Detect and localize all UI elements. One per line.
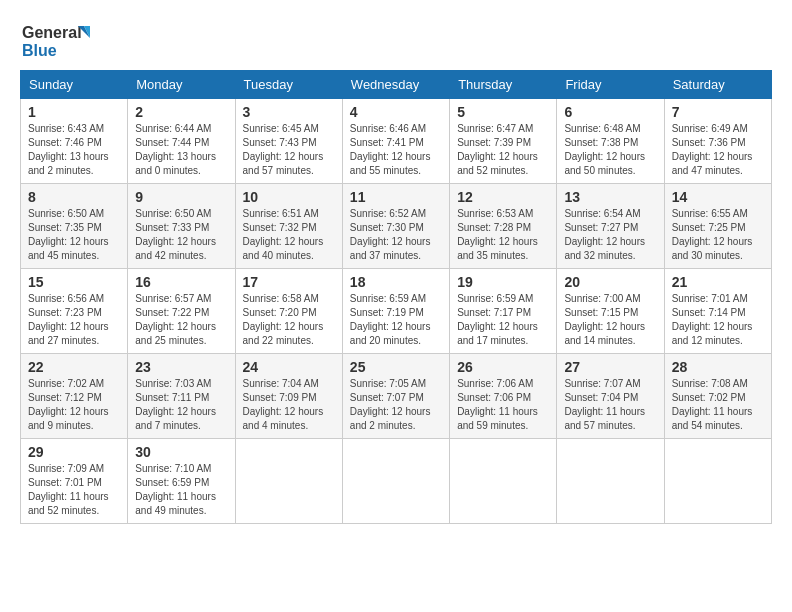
- day-number: 1: [28, 104, 120, 120]
- calendar-cell: 10Sunrise: 6:51 AMSunset: 7:32 PMDayligh…: [235, 184, 342, 269]
- calendar-cell: 5Sunrise: 6:47 AMSunset: 7:39 PMDaylight…: [450, 99, 557, 184]
- day-number: 7: [672, 104, 764, 120]
- day-number: 20: [564, 274, 656, 290]
- calendar-cell: 30Sunrise: 7:10 AMSunset: 6:59 PMDayligh…: [128, 439, 235, 524]
- calendar-cell: [664, 439, 771, 524]
- weekday-header-thursday: Thursday: [450, 71, 557, 99]
- calendar-cell: 28Sunrise: 7:08 AMSunset: 7:02 PMDayligh…: [664, 354, 771, 439]
- week-row-1: 1Sunrise: 6:43 AMSunset: 7:46 PMDaylight…: [21, 99, 772, 184]
- day-number: 11: [350, 189, 442, 205]
- calendar-cell: 17Sunrise: 6:58 AMSunset: 7:20 PMDayligh…: [235, 269, 342, 354]
- weekday-header-sunday: Sunday: [21, 71, 128, 99]
- calendar-cell: 24Sunrise: 7:04 AMSunset: 7:09 PMDayligh…: [235, 354, 342, 439]
- day-number: 27: [564, 359, 656, 375]
- day-number: 3: [243, 104, 335, 120]
- day-number: 17: [243, 274, 335, 290]
- day-number: 2: [135, 104, 227, 120]
- calendar-cell: 13Sunrise: 6:54 AMSunset: 7:27 PMDayligh…: [557, 184, 664, 269]
- calendar-cell: 4Sunrise: 6:46 AMSunset: 7:41 PMDaylight…: [342, 99, 449, 184]
- day-number: 25: [350, 359, 442, 375]
- calendar-cell: [450, 439, 557, 524]
- calendar-cell: 25Sunrise: 7:05 AMSunset: 7:07 PMDayligh…: [342, 354, 449, 439]
- day-info: Sunrise: 6:52 AMSunset: 7:30 PMDaylight:…: [350, 207, 442, 263]
- week-row-3: 15Sunrise: 6:56 AMSunset: 7:23 PMDayligh…: [21, 269, 772, 354]
- calendar-cell: 14Sunrise: 6:55 AMSunset: 7:25 PMDayligh…: [664, 184, 771, 269]
- day-info: Sunrise: 7:00 AMSunset: 7:15 PMDaylight:…: [564, 292, 656, 348]
- calendar-cell: 21Sunrise: 7:01 AMSunset: 7:14 PMDayligh…: [664, 269, 771, 354]
- day-number: 5: [457, 104, 549, 120]
- day-info: Sunrise: 6:50 AMSunset: 7:33 PMDaylight:…: [135, 207, 227, 263]
- svg-text:Blue: Blue: [22, 42, 57, 59]
- day-info: Sunrise: 7:09 AMSunset: 7:01 PMDaylight:…: [28, 462, 120, 518]
- day-number: 21: [672, 274, 764, 290]
- day-number: 13: [564, 189, 656, 205]
- calendar-cell: 7Sunrise: 6:49 AMSunset: 7:36 PMDaylight…: [664, 99, 771, 184]
- day-number: 6: [564, 104, 656, 120]
- day-number: 14: [672, 189, 764, 205]
- weekday-header-wednesday: Wednesday: [342, 71, 449, 99]
- calendar-cell: 16Sunrise: 6:57 AMSunset: 7:22 PMDayligh…: [128, 269, 235, 354]
- day-info: Sunrise: 6:49 AMSunset: 7:36 PMDaylight:…: [672, 122, 764, 178]
- day-info: Sunrise: 7:05 AMSunset: 7:07 PMDaylight:…: [350, 377, 442, 433]
- calendar-cell: 19Sunrise: 6:59 AMSunset: 7:17 PMDayligh…: [450, 269, 557, 354]
- calendar-cell: 12Sunrise: 6:53 AMSunset: 7:28 PMDayligh…: [450, 184, 557, 269]
- calendar-cell: 26Sunrise: 7:06 AMSunset: 7:06 PMDayligh…: [450, 354, 557, 439]
- calendar-cell: 11Sunrise: 6:52 AMSunset: 7:30 PMDayligh…: [342, 184, 449, 269]
- day-info: Sunrise: 7:07 AMSunset: 7:04 PMDaylight:…: [564, 377, 656, 433]
- calendar-cell: 15Sunrise: 6:56 AMSunset: 7:23 PMDayligh…: [21, 269, 128, 354]
- weekday-header-monday: Monday: [128, 71, 235, 99]
- calendar-cell: 27Sunrise: 7:07 AMSunset: 7:04 PMDayligh…: [557, 354, 664, 439]
- day-number: 8: [28, 189, 120, 205]
- day-info: Sunrise: 6:59 AMSunset: 7:17 PMDaylight:…: [457, 292, 549, 348]
- calendar-table: SundayMondayTuesdayWednesdayThursdayFrid…: [20, 70, 772, 524]
- weekday-header-row: SundayMondayTuesdayWednesdayThursdayFrid…: [21, 71, 772, 99]
- calendar-cell: 2Sunrise: 6:44 AMSunset: 7:44 PMDaylight…: [128, 99, 235, 184]
- day-number: 30: [135, 444, 227, 460]
- calendar-cell: 6Sunrise: 6:48 AMSunset: 7:38 PMDaylight…: [557, 99, 664, 184]
- weekday-header-saturday: Saturday: [664, 71, 771, 99]
- week-row-4: 22Sunrise: 7:02 AMSunset: 7:12 PMDayligh…: [21, 354, 772, 439]
- day-info: Sunrise: 6:47 AMSunset: 7:39 PMDaylight:…: [457, 122, 549, 178]
- day-info: Sunrise: 7:04 AMSunset: 7:09 PMDaylight:…: [243, 377, 335, 433]
- day-info: Sunrise: 6:46 AMSunset: 7:41 PMDaylight:…: [350, 122, 442, 178]
- calendar-cell: 22Sunrise: 7:02 AMSunset: 7:12 PMDayligh…: [21, 354, 128, 439]
- day-number: 15: [28, 274, 120, 290]
- calendar-cell: 1Sunrise: 6:43 AMSunset: 7:46 PMDaylight…: [21, 99, 128, 184]
- day-number: 4: [350, 104, 442, 120]
- calendar-cell: 18Sunrise: 6:59 AMSunset: 7:19 PMDayligh…: [342, 269, 449, 354]
- weekday-header-tuesday: Tuesday: [235, 71, 342, 99]
- calendar-cell: 8Sunrise: 6:50 AMSunset: 7:35 PMDaylight…: [21, 184, 128, 269]
- svg-text:General: General: [22, 24, 82, 41]
- day-info: Sunrise: 7:10 AMSunset: 6:59 PMDaylight:…: [135, 462, 227, 518]
- day-number: 12: [457, 189, 549, 205]
- day-info: Sunrise: 7:06 AMSunset: 7:06 PMDaylight:…: [457, 377, 549, 433]
- day-info: Sunrise: 6:55 AMSunset: 7:25 PMDaylight:…: [672, 207, 764, 263]
- day-info: Sunrise: 7:08 AMSunset: 7:02 PMDaylight:…: [672, 377, 764, 433]
- week-row-5: 29Sunrise: 7:09 AMSunset: 7:01 PMDayligh…: [21, 439, 772, 524]
- calendar-cell: 20Sunrise: 7:00 AMSunset: 7:15 PMDayligh…: [557, 269, 664, 354]
- calendar-cell: 3Sunrise: 6:45 AMSunset: 7:43 PMDaylight…: [235, 99, 342, 184]
- logo-icon: GeneralBlue: [20, 20, 100, 60]
- day-number: 18: [350, 274, 442, 290]
- calendar-cell: 9Sunrise: 6:50 AMSunset: 7:33 PMDaylight…: [128, 184, 235, 269]
- day-info: Sunrise: 6:48 AMSunset: 7:38 PMDaylight:…: [564, 122, 656, 178]
- day-number: 29: [28, 444, 120, 460]
- day-number: 19: [457, 274, 549, 290]
- day-info: Sunrise: 6:50 AMSunset: 7:35 PMDaylight:…: [28, 207, 120, 263]
- day-info: Sunrise: 7:01 AMSunset: 7:14 PMDaylight:…: [672, 292, 764, 348]
- day-info: Sunrise: 6:45 AMSunset: 7:43 PMDaylight:…: [243, 122, 335, 178]
- day-number: 23: [135, 359, 227, 375]
- logo: GeneralBlue: [20, 20, 100, 60]
- day-number: 9: [135, 189, 227, 205]
- weekday-header-friday: Friday: [557, 71, 664, 99]
- page-header: GeneralBlue: [20, 20, 772, 60]
- calendar-cell: [557, 439, 664, 524]
- day-info: Sunrise: 6:59 AMSunset: 7:19 PMDaylight:…: [350, 292, 442, 348]
- day-info: Sunrise: 6:56 AMSunset: 7:23 PMDaylight:…: [28, 292, 120, 348]
- calendar-cell: 23Sunrise: 7:03 AMSunset: 7:11 PMDayligh…: [128, 354, 235, 439]
- day-number: 10: [243, 189, 335, 205]
- calendar-cell: 29Sunrise: 7:09 AMSunset: 7:01 PMDayligh…: [21, 439, 128, 524]
- day-number: 22: [28, 359, 120, 375]
- day-number: 26: [457, 359, 549, 375]
- day-number: 28: [672, 359, 764, 375]
